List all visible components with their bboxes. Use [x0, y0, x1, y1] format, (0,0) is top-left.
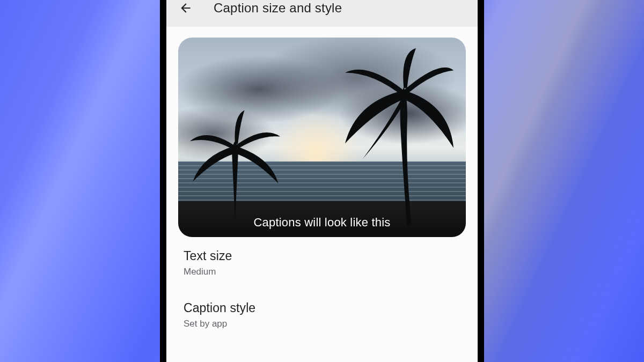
back-button[interactable] — [174, 0, 197, 20]
text-size-setting[interactable]: Text size Medium — [178, 237, 466, 282]
caption-style-setting[interactable]: Caption style Set by app — [178, 289, 466, 334]
content-area: Captions will look like this Text size M… — [166, 27, 478, 362]
text-size-value: Medium — [184, 267, 460, 277]
caption-style-title: Caption style — [184, 301, 460, 315]
phone-screen: Caption size and style — [166, 0, 478, 362]
palm-tree-icon — [336, 48, 460, 225]
caption-sample-text: Captions will look like this — [178, 216, 466, 230]
caption-preview-card: Captions will look like this — [178, 38, 466, 237]
phone-frame: Caption size and style — [160, 0, 484, 362]
back-arrow-icon — [179, 1, 193, 15]
caption-style-value: Set by app — [184, 319, 460, 329]
palm-tree-icon — [187, 108, 283, 221]
appbar: Caption size and style — [166, 0, 478, 27]
page-title: Caption size and style — [214, 1, 342, 16]
text-size-title: Text size — [184, 249, 460, 263]
